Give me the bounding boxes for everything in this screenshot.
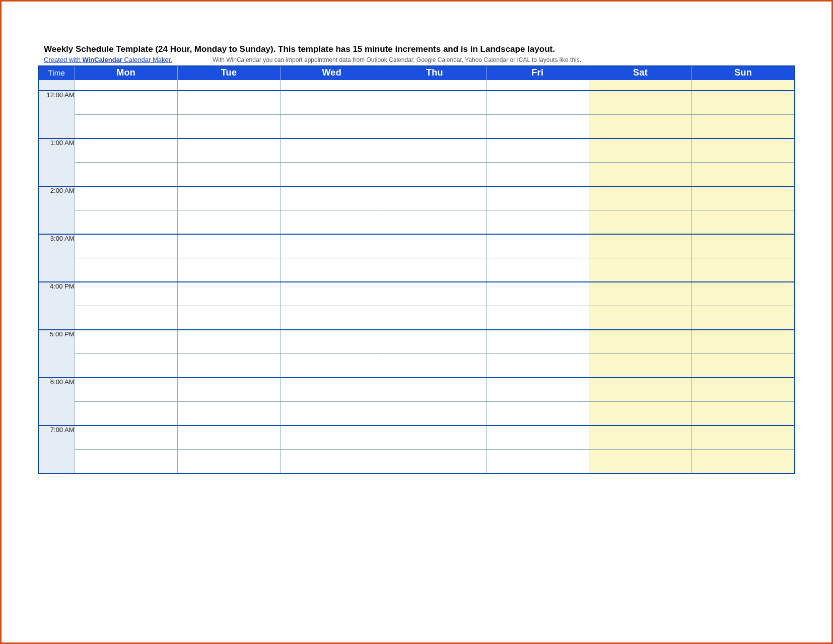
cell-sun[interactable] (692, 186, 795, 210)
cell-sat[interactable] (589, 91, 691, 115)
cell[interactable] (281, 163, 383, 187)
cell[interactable] (383, 402, 486, 426)
cell[interactable] (75, 402, 177, 426)
cell[interactable] (383, 306, 486, 330)
cell[interactable] (486, 402, 589, 426)
cell[interactable] (383, 163, 486, 187)
cell[interactable] (75, 354, 177, 378)
cell[interactable] (75, 234, 177, 258)
cell-sat[interactable] (589, 450, 691, 474)
cell[interactable] (177, 258, 280, 282)
cell[interactable] (177, 138, 280, 163)
cell[interactable] (486, 186, 589, 210)
cell[interactable] (177, 402, 280, 426)
cell[interactable] (281, 306, 383, 330)
cell[interactable] (177, 91, 280, 115)
cell[interactable] (486, 425, 589, 450)
cell[interactable] (177, 115, 280, 139)
cell[interactable] (383, 330, 486, 354)
cell-sun[interactable] (692, 138, 795, 163)
cell[interactable] (177, 306, 280, 330)
cell[interactable] (75, 186, 177, 210)
cell-sun[interactable] (692, 282, 795, 306)
cell[interactable] (281, 234, 383, 258)
cell[interactable] (281, 138, 383, 163)
cell[interactable] (383, 354, 486, 378)
cell-sun[interactable] (692, 163, 795, 187)
cell[interactable] (383, 234, 486, 258)
cell[interactable] (75, 80, 177, 91)
cell-sun[interactable] (692, 115, 795, 139)
cell[interactable] (281, 402, 383, 426)
cell[interactable] (177, 186, 280, 210)
cell[interactable] (486, 138, 589, 163)
cell[interactable] (486, 163, 589, 187)
cell[interactable] (383, 258, 486, 282)
cell-sun[interactable] (692, 210, 795, 235)
cell-sat[interactable] (589, 186, 691, 210)
cell[interactable] (486, 282, 589, 306)
cell[interactable] (75, 91, 177, 115)
cell-sat[interactable] (589, 378, 691, 402)
cell[interactable] (281, 282, 383, 306)
cell-sun[interactable] (692, 450, 795, 474)
cell[interactable] (177, 378, 280, 402)
cell-sat[interactable] (589, 234, 691, 258)
cell[interactable] (486, 234, 589, 258)
cell[interactable] (486, 450, 589, 474)
cell[interactable] (486, 354, 589, 378)
cell-sun[interactable] (692, 80, 795, 91)
cell[interactable] (486, 330, 589, 354)
cell[interactable] (281, 210, 383, 235)
cell[interactable] (281, 354, 383, 378)
cell[interactable] (486, 306, 589, 330)
cell[interactable] (281, 80, 383, 91)
cell[interactable] (75, 115, 177, 139)
cell[interactable] (383, 115, 486, 139)
cell[interactable] (177, 450, 280, 474)
cell-sun[interactable] (692, 91, 795, 115)
cell[interactable] (177, 354, 280, 378)
cell-sat[interactable] (589, 210, 691, 235)
cell-sun[interactable] (692, 354, 795, 378)
cell-sat[interactable] (589, 354, 691, 378)
cell[interactable] (281, 450, 383, 474)
cell-sat[interactable] (589, 115, 691, 139)
cell-sun[interactable] (692, 234, 795, 258)
cell[interactable] (75, 306, 177, 330)
cell[interactable] (75, 138, 177, 163)
cell-sat[interactable] (589, 258, 691, 282)
cell[interactable] (486, 91, 589, 115)
cell[interactable] (75, 330, 177, 354)
cell-sat[interactable] (589, 330, 691, 354)
cell-sat[interactable] (589, 80, 691, 91)
cell[interactable] (75, 378, 177, 402)
cell-sun[interactable] (692, 425, 795, 450)
cell[interactable] (177, 282, 280, 306)
cell[interactable] (383, 186, 486, 210)
cell-sat[interactable] (589, 402, 691, 426)
cell[interactable] (177, 80, 280, 91)
cell-sat[interactable] (589, 138, 691, 163)
cell[interactable] (486, 378, 589, 402)
cell[interactable] (75, 163, 177, 187)
cell[interactable] (281, 91, 383, 115)
cell[interactable] (383, 378, 486, 402)
cell[interactable] (486, 115, 589, 139)
cell[interactable] (383, 80, 486, 91)
cell[interactable] (75, 210, 177, 235)
cell[interactable] (281, 330, 383, 354)
cell-sat[interactable] (589, 163, 691, 187)
cell-sun[interactable] (692, 258, 795, 282)
cell[interactable] (383, 282, 486, 306)
cell[interactable] (383, 91, 486, 115)
cell[interactable] (383, 425, 486, 450)
cell-sat[interactable] (589, 425, 691, 450)
wincalendar-link[interactable]: Created with WinCalendar Calendar Maker. (44, 56, 172, 63)
cell[interactable] (383, 450, 486, 474)
cell-sun[interactable] (692, 330, 795, 354)
cell[interactable] (486, 210, 589, 235)
cell[interactable] (177, 210, 280, 235)
cell[interactable] (281, 115, 383, 139)
cell[interactable] (75, 258, 177, 282)
